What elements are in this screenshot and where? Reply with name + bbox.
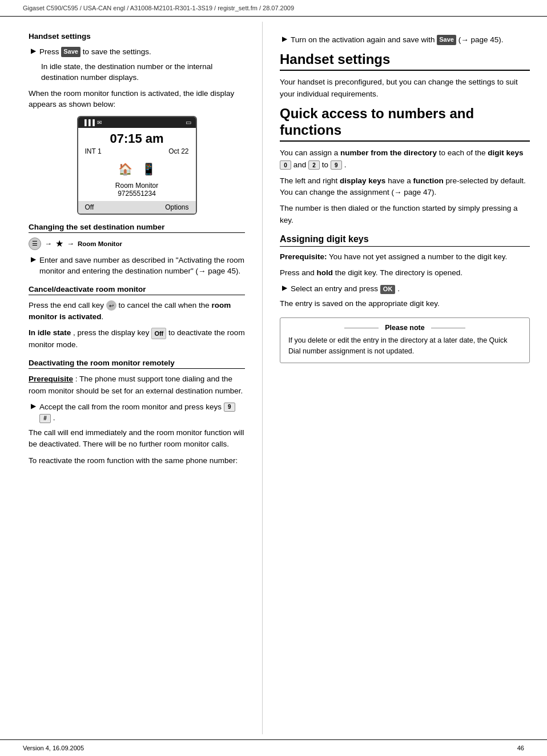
right-column: ▶ Turn on the activation again and save … bbox=[263, 22, 547, 734]
phone-options-label: Options bbox=[165, 203, 188, 211]
nav-arrow-2: → bbox=[67, 239, 74, 248]
key-2: 2 bbox=[308, 160, 320, 170]
phone-status-bar: ▐▐▐ ✉ ▭ bbox=[78, 117, 196, 128]
phone-icon: 📱 bbox=[142, 162, 156, 176]
signal-bars-icon: ▐▐▐ bbox=[83, 119, 95, 126]
deactivating-heading: Deactivating the room monitor remotely bbox=[29, 359, 245, 369]
cancel-heading: Cancel/deactivate room monitor bbox=[29, 285, 245, 295]
prereq-paragraph: Prerequisite : The phone must support to… bbox=[29, 373, 245, 397]
cancel-paragraph: Press the end call key ↩ to cancel the c… bbox=[29, 300, 245, 323]
phone-room-info: Room Monitor 9725551234 bbox=[78, 180, 196, 201]
key-9: 9 bbox=[224, 403, 235, 412]
save-badge-left: Save bbox=[61, 47, 81, 57]
quick-access-major-heading: Quick access to numbers and functions bbox=[280, 106, 530, 142]
bullet-text-3: Accept the call from the room monitor an… bbox=[39, 401, 245, 424]
please-note-title: Please note bbox=[288, 324, 521, 332]
phone-date: Oct 22 bbox=[168, 147, 188, 155]
reactivate-text: To reactivate the room function with the… bbox=[29, 455, 245, 467]
page-border-top bbox=[0, 16, 547, 17]
bullet-press-save: ▶ Press Save to save the settings. bbox=[31, 46, 245, 58]
bullet-text-1: Press Save to save the settings. bbox=[39, 46, 245, 58]
tick-left-top bbox=[18, 16, 23, 17]
please-note-text: If you delete or edit the entry in the d… bbox=[288, 335, 521, 357]
footer-page: 46 bbox=[517, 745, 524, 751]
quick-p1: You can assign a number from the directo… bbox=[280, 147, 530, 171]
battery-icon: ▭ bbox=[186, 119, 191, 126]
phone-icon-row: 🏠 📱 bbox=[78, 158, 196, 180]
header-text: Gigaset C590/C595 / USA-CAN engl / A3100… bbox=[23, 5, 294, 11]
save-badge-right: Save bbox=[437, 35, 456, 45]
bullet-turn-on: ▶ Turn on the activation again and save … bbox=[282, 34, 530, 46]
page-border-bottom bbox=[0, 739, 547, 740]
bullet-arrow-2: ▶ bbox=[31, 255, 36, 263]
nav-path: ☰ → ★ → Room Monitor bbox=[29, 238, 245, 250]
nav-room-monitor-label: Room Monitor bbox=[78, 240, 122, 247]
bullet-enter-save: ▶ Enter and save number as described in … bbox=[31, 255, 245, 277]
bullet-text-r2: Select an entry and press OK . bbox=[291, 283, 530, 295]
bullet-arrow-3: ▶ bbox=[31, 402, 36, 410]
key-0: 0 bbox=[280, 160, 291, 170]
phone-number: 9725551234 bbox=[78, 190, 196, 198]
entry-saved-text: The entry is saved on the appropriate di… bbox=[280, 298, 530, 309]
bullet-sub-1: In idle state, the destination number or… bbox=[41, 61, 245, 83]
key-9-right: 9 bbox=[331, 160, 342, 170]
assigning-heading: Assigning digit keys bbox=[280, 234, 530, 247]
footer-version: Version 4, 16.09.2005 bbox=[23, 745, 84, 751]
left-column: Handset settings ▶ Press Save to save th… bbox=[0, 22, 263, 734]
header-bar: Gigaset C590/C595 / USA-CAN engl / A3100… bbox=[0, 5, 547, 11]
star-icon: ★ bbox=[55, 238, 63, 249]
phone-off-label: Off bbox=[85, 203, 94, 211]
room-monitor-icon: 🏠 bbox=[118, 162, 132, 176]
phone-signal-icons: ▐▐▐ ✉ bbox=[83, 119, 102, 126]
end-call-key-icon: ↩ bbox=[106, 300, 116, 311]
message-icon: ✉ bbox=[97, 119, 102, 126]
handset-intro: Your handset is preconfigured, but you c… bbox=[280, 77, 530, 100]
call-end-text: The call will end immediately and the ro… bbox=[29, 427, 245, 451]
phone-screen-mockup: ▐▐▐ ✉ ▭ 07:15 am INT 1 Oct 22 🏠 📱 Room M… bbox=[77, 116, 197, 215]
menu-icon: ☰ bbox=[29, 238, 41, 250]
prereq2-paragraph: Prerequisite: You have not yet assigned … bbox=[280, 251, 530, 263]
quick-p3: The number is then dialed or the functio… bbox=[280, 203, 530, 226]
content-area: Handset settings ▶ Press Save to save th… bbox=[0, 22, 547, 734]
footer-bar: Version 4, 16.09.2005 46 bbox=[0, 745, 547, 751]
off-badge: Off bbox=[151, 328, 166, 340]
bullet-text-r1: Turn on the activation again and save wi… bbox=[291, 34, 530, 46]
phone-date-row: INT 1 Oct 22 bbox=[78, 147, 196, 158]
tick-right-top bbox=[524, 16, 529, 17]
bullet-arrow-r2: ▶ bbox=[282, 284, 287, 292]
room-monitor-label: Room Monitor bbox=[78, 182, 196, 190]
bullet-text-2: Enter and save number as described in "A… bbox=[39, 255, 245, 277]
phone-int-label: INT 1 bbox=[85, 147, 102, 155]
ok-key: OK bbox=[380, 285, 396, 294]
handset-settings-major-heading: Handset settings bbox=[280, 51, 530, 71]
idle-state-paragraph: In idle state , press the display key Of… bbox=[29, 327, 245, 351]
key-hash: # bbox=[39, 414, 51, 423]
quick-p2: The left and right display keys have a f… bbox=[280, 175, 530, 199]
bullet-accept-call: ▶ Accept the call from the room monitor … bbox=[31, 401, 245, 424]
bullet-arrow-r1: ▶ bbox=[282, 35, 287, 43]
phone-bottom-bar: Off Options bbox=[78, 201, 196, 214]
bullet-arrow-1: ▶ bbox=[31, 47, 36, 55]
left-handset-settings-heading: Handset settings bbox=[29, 32, 245, 41]
nav-arrow-1: → bbox=[45, 239, 52, 248]
press-hold-paragraph: Press and hold the digit key. The direct… bbox=[280, 267, 530, 279]
changing-heading: Changing the set destination number bbox=[29, 223, 245, 233]
bullet-select-entry: ▶ Select an entry and press OK . bbox=[282, 283, 530, 295]
phone-time: 07:15 am bbox=[78, 128, 196, 147]
please-note-box: Please note If you delete or edit the en… bbox=[280, 317, 530, 363]
when-text: When the room monitor function is activa… bbox=[29, 88, 245, 110]
